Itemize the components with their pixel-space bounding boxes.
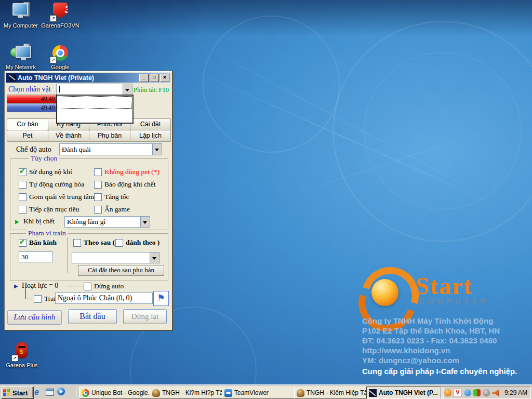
follow-target-combobox[interactable] bbox=[72, 252, 159, 263]
desktop-icon-garenafo3vn[interactable]: 3↗ GarenaFO3VN bbox=[41, 2, 80, 29]
attack-follow-option[interactable]: ✔ đánh theo ) bbox=[115, 238, 159, 247]
my-computer-icon bbox=[11, 2, 30, 21]
windows-logo-icon bbox=[3, 389, 11, 396]
brand-tagline: Cung cấp giải pháp I-Cafe chuyên nghiệp. bbox=[362, 367, 517, 376]
checkbox[interactable]: ✔ bbox=[19, 206, 26, 214]
checkbox[interactable]: ✔ bbox=[94, 181, 102, 189]
tab-pet[interactable]: Pet bbox=[7, 130, 48, 142]
taskbar-divider bbox=[76, 387, 76, 397]
train-range-title: Phạm vi train bbox=[26, 229, 68, 237]
brand-website: http://www.khoidong.vn bbox=[362, 345, 500, 355]
follow-option[interactable]: ✔ Theo sau ( bbox=[73, 238, 115, 247]
auto-tngh-window: Auto TNGH Viet (Private) _ □ ✕ Chọn nhân… bbox=[4, 71, 172, 330]
auto-mode-combobox[interactable]: Đánh quái bbox=[59, 143, 162, 155]
combo-dropdown-button[interactable] bbox=[123, 84, 132, 95]
dropdown-item[interactable] bbox=[58, 96, 132, 109]
quicklaunch-ie-icon[interactable]: e bbox=[34, 388, 43, 396]
option-tiep-can-muc-tieu[interactable]: ✔ Tiếp cận mục tiêu bbox=[19, 205, 79, 214]
option-su-dung-no-khi[interactable]: ✔ Sử dụng nộ khí bbox=[19, 168, 72, 176]
combo-dropdown-button[interactable] bbox=[152, 144, 162, 155]
flag-button[interactable]: ⚑ bbox=[153, 291, 169, 306]
option-khong-dung-pet[interactable]: ✔ Không dùng pet (*) bbox=[94, 168, 159, 176]
on-death-combobox[interactable]: Không làm gì bbox=[64, 216, 150, 228]
desktop-icon-label: Garena Plus bbox=[2, 362, 42, 368]
tab-lap-lich[interactable]: Lập lịch bbox=[130, 130, 171, 142]
auto-tngh-icon bbox=[369, 389, 377, 397]
character-dropdown-list[interactable] bbox=[56, 95, 134, 124]
quicklaunch-desktop-icon[interactable] bbox=[46, 388, 55, 396]
minimize-button[interactable]: _ bbox=[139, 74, 149, 82]
taskbar-button-auto-tngh[interactable]: Auto TNGH Viet (P... bbox=[366, 387, 444, 399]
shortcut-arrow-icon: ↗ bbox=[50, 15, 57, 22]
combo-dropdown-button[interactable] bbox=[140, 217, 150, 227]
option-tang-toc[interactable]: ✔ Tăng tốc bbox=[94, 193, 129, 201]
divider bbox=[68, 237, 68, 273]
shortcut-arrow-icon: ↗ bbox=[50, 57, 57, 63]
taskbar-clock[interactable]: 9:29 AM bbox=[504, 389, 527, 396]
title-bar[interactable]: Auto TNGH Viet (Private) _ □ ✕ bbox=[6, 73, 170, 83]
checkbox[interactable]: ✔ bbox=[34, 295, 42, 303]
stop-auto-option[interactable]: ✔ Dừng auto bbox=[84, 282, 124, 290]
desktop-icon-label: My Network bbox=[1, 64, 41, 70]
checkbox[interactable]: ✔ bbox=[19, 181, 26, 189]
chrome-icon: ↗ bbox=[51, 44, 70, 62]
desktop-icon-garena-plus[interactable]: ↗ Garena Plus bbox=[2, 342, 42, 368]
tab-ve-thanh[interactable]: Về thành bbox=[48, 130, 89, 142]
checkbox[interactable]: ✔ bbox=[84, 283, 91, 290]
taskbar-button-tngh-2[interactable]: TNGH - Kiếm Hiệp Tâ... bbox=[294, 387, 370, 399]
stop-button[interactable]: Dừng lại bbox=[123, 309, 167, 324]
brand-phone: ĐT: 04.3623 0223 - Fax: 04.3623 0480 bbox=[362, 336, 500, 345]
maximize-button[interactable]: □ bbox=[150, 74, 159, 82]
checkbox[interactable]: ✔ bbox=[19, 239, 26, 247]
taskbar-button-unique-bot[interactable]: Unique Bot - Google... bbox=[79, 387, 153, 399]
blue-arrow-icon: ▶ bbox=[14, 283, 18, 289]
checkbox[interactable]: ✔ bbox=[94, 193, 102, 201]
game-icon bbox=[297, 389, 304, 397]
start-computer-tray-icon[interactable] bbox=[444, 389, 451, 396]
desktop-icon-my-computer[interactable]: My Computer bbox=[1, 2, 41, 29]
combo-dropdown-button[interactable] bbox=[150, 252, 159, 263]
close-button[interactable]: ✕ bbox=[160, 74, 169, 82]
desktop-icon-label: My Computer bbox=[1, 22, 41, 29]
tree-line bbox=[25, 286, 26, 299]
key-tray-icon[interactable] bbox=[464, 389, 471, 396]
option-tu-dong-cuong-hoa[interactable]: ✔ Tự động cường hóa bbox=[19, 180, 84, 189]
checkbox[interactable]: ✔ bbox=[94, 206, 102, 214]
taskbar-divider bbox=[32, 387, 33, 397]
tab-co-ban[interactable]: Cơ bản bbox=[7, 118, 48, 130]
radius-option[interactable]: ✔ Bán kính bbox=[19, 238, 57, 247]
desktop-icon-my-network[interactable]: My Network bbox=[1, 44, 41, 70]
checkbox[interactable]: ✔ bbox=[73, 239, 81, 247]
tab-cai-dat[interactable]: Cài đặt bbox=[130, 118, 171, 130]
dropdown-item[interactable] bbox=[58, 109, 132, 121]
checkbox[interactable]: ✔ bbox=[115, 239, 123, 247]
option-bao-dong-khi-chet[interactable]: ✔ Báo động khi chết bbox=[94, 180, 156, 189]
start-menu-button[interactable]: Start bbox=[1, 387, 34, 399]
window-title: Auto TNGH Viet (Private) bbox=[18, 74, 138, 82]
volume-tray-icon[interactable] bbox=[492, 389, 499, 396]
option-an-game[interactable]: ✔ Ẩn game bbox=[94, 205, 130, 214]
brand-address: P102 E2 Tập thể Bách Khoa, HBT, HN bbox=[362, 326, 500, 336]
tab-phu-ban[interactable]: Phụ bản bbox=[89, 130, 130, 142]
checkbox[interactable]: ✔ bbox=[94, 168, 102, 176]
text-caret bbox=[59, 86, 60, 92]
radius-input[interactable]: 30 bbox=[19, 251, 53, 262]
quicklaunch-mediaplayer-icon[interactable]: ▶ bbox=[57, 388, 66, 396]
system-tray: V 9:29 AM bbox=[441, 387, 531, 399]
character-combobox[interactable] bbox=[56, 84, 132, 96]
flag-icon: ⚑ bbox=[157, 293, 165, 303]
taskbar-button-teamviewer[interactable]: TeamViewer bbox=[222, 387, 298, 399]
start-button[interactable]: Bắt đầu bbox=[68, 309, 117, 324]
option-gom-quai[interactable]: ✔ Gom quái về trung tâm bbox=[19, 193, 94, 201]
checkbox[interactable]: ✔ bbox=[19, 193, 26, 201]
options-group-title: Tùy chọn bbox=[29, 154, 59, 163]
volume-muted-tray-icon[interactable] bbox=[483, 389, 490, 396]
follow-settings-button[interactable]: Cài đặt theo sau phụ bản bbox=[78, 265, 164, 276]
garena-tray-icon[interactable] bbox=[473, 389, 481, 396]
taskbar-button-tngh-1[interactable]: TNGH - Ki?m Hi?p Tâ... bbox=[150, 387, 225, 399]
vietkey-tray-icon[interactable]: V bbox=[454, 389, 462, 397]
save-config-button[interactable]: Lưu cấu hình bbox=[7, 310, 62, 325]
checkbox[interactable]: ✔ bbox=[19, 168, 26, 176]
garena-plus-icon: ↗ bbox=[12, 342, 31, 361]
train-location-field[interactable]: Ngoại ô Phúc Châu (0, 0) bbox=[55, 292, 153, 304]
